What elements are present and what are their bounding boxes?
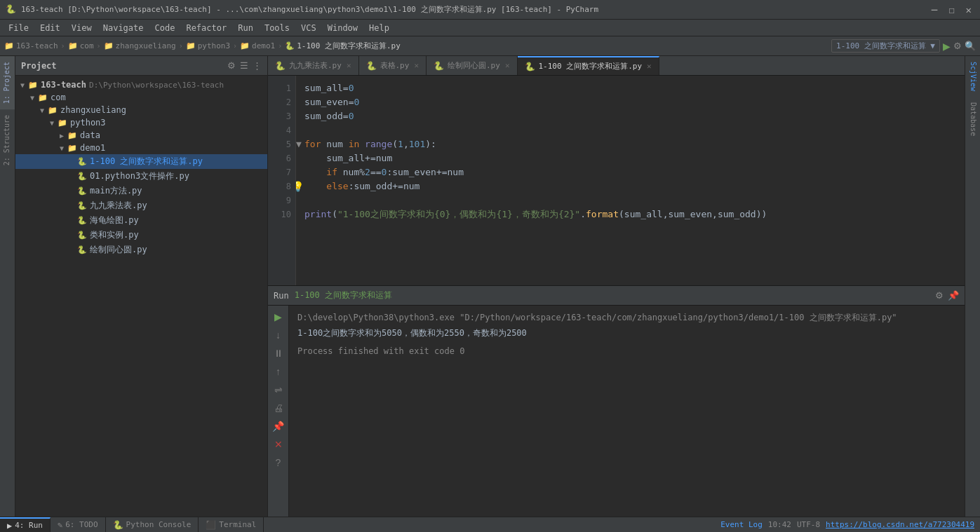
tab-main[interactable]: 🐍1-100 之间数字求和运算.py✕ xyxy=(518,56,659,75)
folder-icon: 📁 xyxy=(67,131,77,140)
tab-close-huizhi[interactable]: ✕ xyxy=(505,61,510,70)
project-collapse-button[interactable]: ☰ xyxy=(240,60,248,71)
tree-item-0[interactable]: ▼📁163-teachD:\Python\workspace\163-teach xyxy=(15,79,267,91)
code-line-5[interactable]: ▼for num in range(1,101): xyxy=(304,137,956,151)
breadcrumb-0[interactable]: 📁 163-teach xyxy=(4,41,58,50)
bottom-tab-terminal[interactable]: ⬛Terminal xyxy=(199,517,264,532)
run-pin-button[interactable]: 📌 xyxy=(948,290,959,301)
tab-jiujiu[interactable]: 🐍九九乘法表.py✕ xyxy=(268,56,359,75)
tab-close-biaoge[interactable]: ✕ xyxy=(414,61,419,70)
search-button[interactable]: 🔍 xyxy=(965,41,976,51)
run-sidebar: ▶ ↓ ⏸ ↑ ⇌ 🖨 📌 ✕ ? xyxy=(268,306,289,517)
tree-item-4[interactable]: ▶📁data xyxy=(15,129,267,142)
csdn-link[interactable]: https://blog.csdn.net/a772304419 xyxy=(826,520,974,529)
menu-item-help[interactable]: Help xyxy=(363,22,395,34)
code-line-3[interactable]: sum_odd=0 xyxy=(304,109,956,123)
tab-close-main[interactable]: ✕ xyxy=(647,62,652,71)
tree-item-11[interactable]: 🐍类和实例.py xyxy=(15,228,267,243)
run-scroll-up-button[interactable]: ↑ xyxy=(274,364,282,378)
tree-item-10[interactable]: 🐍海龟绘图.py xyxy=(15,213,267,228)
code-line-4[interactable] xyxy=(304,123,956,137)
tree-item-8[interactable]: 🐍main方法.py xyxy=(15,184,267,198)
code-line-7[interactable]: if num%2==0:sum_even+=num xyxy=(304,165,956,179)
bottom-tab-todo[interactable]: ✎6: TODO xyxy=(51,517,106,532)
code-line-9[interactable] xyxy=(304,193,956,207)
run-stop-button[interactable]: ✕ xyxy=(273,437,284,451)
tree-item-5[interactable]: ▼📁demo1 xyxy=(15,142,267,154)
breadcrumb-sep: › xyxy=(179,42,183,50)
code-content[interactable]: sum_all=0sum_even=0sum_odd=0▼for num in … xyxy=(296,76,965,285)
event-log-link[interactable]: Event Log xyxy=(720,520,763,529)
project-panel: Project ⚙ ☰ ⋮ ▼📁163-teachD:\Python\works… xyxy=(15,56,268,517)
run-settings-button[interactable]: ⚙ xyxy=(935,290,944,301)
tab-close-jiujiu[interactable]: ✕ xyxy=(347,61,351,70)
bottom-tab-run[interactable]: ▶4: Run xyxy=(0,517,51,532)
folder-arrow-icon: ▼ xyxy=(38,107,46,114)
project-header: Project ⚙ ☰ ⋮ xyxy=(15,56,267,76)
code-line-2[interactable]: sum_even=0 xyxy=(304,95,956,109)
bottom-tab-python-console[interactable]: 🐍Python Console xyxy=(106,517,199,532)
structure-strip-label[interactable]: 2: Structure xyxy=(0,109,15,171)
close-button[interactable]: ✕ xyxy=(963,4,974,15)
tree-item-12[interactable]: 🐍绘制同心圆.py xyxy=(15,243,267,257)
minimize-button[interactable]: ─ xyxy=(929,4,940,15)
code-line-10[interactable]: print("1-100之间数字求和为{0}，偶数和为{1}，奇数和为{2}".… xyxy=(304,207,956,221)
run-button[interactable]: ▶ xyxy=(943,41,951,52)
menu-item-edit[interactable]: Edit xyxy=(34,22,66,34)
maximize-button[interactable]: ☐ xyxy=(946,4,957,15)
run-pause-button[interactable]: ⏸ xyxy=(272,346,285,360)
project-settings-button[interactable]: ⚙ xyxy=(227,60,236,71)
window-controls: ─ ☐ ✕ xyxy=(929,4,974,15)
line-num-7: 7 xyxy=(272,165,291,179)
menu-item-refactor[interactable]: Refactor xyxy=(180,22,232,34)
project-more-button[interactable]: ⋮ xyxy=(253,60,262,71)
run-config-dropdown[interactable]: 1-100 之间数字求和运算 ▼ xyxy=(831,39,940,53)
run-print-button[interactable]: 🖨 xyxy=(272,401,285,415)
breadcrumb-2[interactable]: 📁 zhangxueliang xyxy=(104,41,176,50)
tab-biaoge[interactable]: 🐍表格.py✕ xyxy=(359,56,427,75)
menu-item-code[interactable]: Code xyxy=(149,22,181,34)
run-wrap-button[interactable]: ⇌ xyxy=(273,383,284,397)
breadcrumb-1[interactable]: 📁 com xyxy=(68,41,94,50)
breadcrumb-4[interactable]: 📁 demo1 xyxy=(240,41,275,50)
menu-item-navigate[interactable]: Navigate xyxy=(98,22,149,34)
run-pin2-button[interactable]: 📌 xyxy=(271,419,286,433)
lightbulb-icon[interactable]: 💡 xyxy=(296,179,304,193)
tab-huizhi[interactable]: 🐍绘制同心圆.py✕ xyxy=(427,56,518,75)
database-label[interactable]: Database xyxy=(965,97,980,142)
run-play-button[interactable]: ▶ xyxy=(273,310,283,324)
menu-item-view[interactable]: View xyxy=(66,22,98,34)
breadcrumb-5[interactable]: 🐍 1-100 之间数字求和运算.py xyxy=(285,41,401,51)
menu-item-window[interactable]: Window xyxy=(322,22,363,34)
scjview-label[interactable]: ScjView xyxy=(965,56,980,97)
title-bar: 🐍 163-teach [D:\Python\workspace\163-tea… xyxy=(0,0,980,20)
title-text: 163-teach [D:\Python\workspace\163-teach… xyxy=(21,4,929,15)
menu-item-vcs[interactable]: VCS xyxy=(295,22,322,34)
tree-item-6[interactable]: 🐍1-100 之间数字求和运算.py xyxy=(15,154,267,169)
line-num-1: 1 xyxy=(272,81,291,95)
tree-item-3[interactable]: ▼📁python3 xyxy=(15,116,267,129)
bottom-tab-icon-python-console: 🐍 xyxy=(113,520,123,530)
run-result-line: 1-100之间数字求和为5050，偶数和为2550，奇数和为2500 xyxy=(297,327,956,339)
breadcrumb-sep: › xyxy=(97,42,101,50)
fold-arrow-icon[interactable]: ▼ xyxy=(296,137,302,151)
tree-item-7[interactable]: 🐍01.python3文件操作.py xyxy=(15,169,267,184)
settings-button[interactable]: ⚙ xyxy=(953,41,962,51)
tree-item-2[interactable]: ▼📁zhangxueliang xyxy=(15,104,267,116)
code-line-6[interactable]: sum_all+=num xyxy=(304,151,956,165)
menu-item-file[interactable]: File xyxy=(3,22,34,34)
middle-layout: 1: Project 2: Structure Project ⚙ ☰ ⋮ ▼📁… xyxy=(0,56,980,517)
tab-label-biaoge: 表格.py xyxy=(380,60,410,71)
tree-item-9[interactable]: 🐍九九乘法表.py xyxy=(15,198,267,213)
menu-item-tools[interactable]: Tools xyxy=(259,22,295,34)
code-editor[interactable]: 12345678910 sum_all=0sum_even=0sum_odd=0… xyxy=(268,76,965,285)
folder-arrow-icon: ▶ xyxy=(58,132,66,139)
code-line-1[interactable]: sum_all=0 xyxy=(304,81,956,95)
project-strip-label[interactable]: 1: Project xyxy=(0,56,15,109)
run-help-button[interactable]: ? xyxy=(274,456,283,470)
run-scroll-down-button[interactable]: ↓ xyxy=(274,328,282,342)
tree-item-1[interactable]: ▼📁com xyxy=(15,91,267,104)
breadcrumb-3[interactable]: 📁 python3 xyxy=(186,41,230,50)
code-line-8[interactable]: 💡 else:sum_odd+=num xyxy=(304,179,956,193)
menu-item-run[interactable]: Run xyxy=(232,22,259,34)
